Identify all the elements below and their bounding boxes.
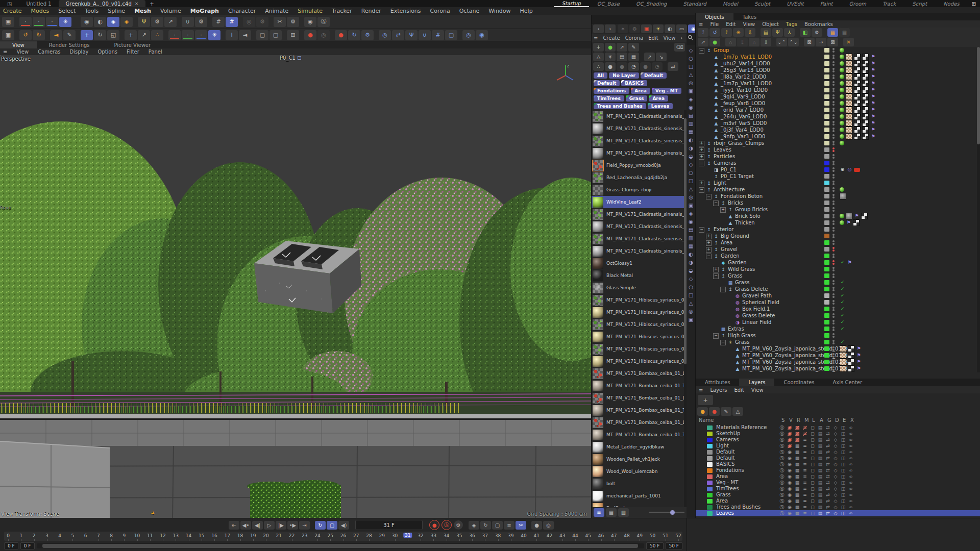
layer-toggle-V[interactable]: ◉ — [786, 449, 793, 455]
object-tree-row[interactable]: ▲_m3vf_Var5_LOD0⚑ — [696, 120, 980, 127]
material-item[interactable]: MT_PM_V171_Hibiscus_syriacus_01_Trunk_01 — [592, 331, 687, 343]
phong-tag-icon[interactable]: ⚑ — [870, 74, 876, 80]
side-tool-icon-29[interactable]: ○ — [689, 285, 693, 290]
layer-toggle-S[interactable]: Ⓢ — [778, 431, 786, 437]
check-icon[interactable]: ✓ — [840, 306, 845, 312]
side-tool-icon-0[interactable]: ◇ — [689, 48, 693, 53]
layer-toggle-L[interactable]: ◻ — [809, 431, 816, 437]
menu-help[interactable]: Help — [520, 8, 533, 14]
layer-toggle-X[interactable]: ∞ — [847, 498, 854, 504]
layer-swatch[interactable] — [707, 499, 713, 504]
list-view-button[interactable]: ≡ — [594, 508, 604, 517]
layer-toggle-L[interactable]: ◻ — [809, 449, 816, 455]
selection-tag-icon[interactable] — [862, 73, 869, 80]
key-rotation-button[interactable]: ↻ — [480, 521, 491, 530]
layer-toggle-D[interactable]: ◇ — [832, 492, 839, 498]
filter-chip-area[interactable]: Area — [631, 88, 650, 94]
layer-color-swatch[interactable] — [824, 68, 829, 72]
material-item[interactable]: MT_PM_V171_Hibiscus_syriacus_01_Leaf_01 — [592, 318, 687, 331]
visibility-dots[interactable] — [832, 167, 835, 172]
object-tree-row[interactable]: +↥rbojr_Grass_Clumps — [696, 140, 980, 146]
layer-color-swatch[interactable] — [824, 174, 829, 179]
axis-x-lock[interactable]: · — [19, 17, 32, 27]
side-tool-icon-15[interactable]: ○ — [689, 170, 693, 176]
layers-menu-view[interactable]: View — [751, 387, 764, 393]
side-tool-icon-32[interactable]: ◎ — [689, 309, 693, 314]
sound-button[interactable]: ◀) — [338, 521, 349, 530]
visibility-dots[interactable] — [832, 121, 835, 126]
material-item[interactable]: OctGlossy1 — [592, 257, 687, 269]
texture-tag-icon[interactable] — [846, 133, 852, 140]
layer-toggle-D[interactable]: ◇ — [832, 461, 839, 467]
object-menu-edit[interactable]: Edit — [726, 21, 736, 27]
layer-toggle-G[interactable]: ⇄ — [824, 437, 831, 443]
layer-swatch[interactable] — [707, 493, 713, 497]
object-tree-row[interactable]: ▦Grass✓ — [696, 279, 980, 286]
mode-circle-icon[interactable]: ◉ — [81, 17, 93, 27]
record-button[interactable]: ● — [429, 520, 439, 530]
side-tool-icon-18[interactable]: ◎ — [689, 195, 693, 200]
selection-tag-icon[interactable] — [862, 100, 869, 107]
range-end-field[interactable]: 50 F — [646, 542, 664, 549]
layer-color-swatch[interactable] — [824, 88, 829, 92]
layer-toggle-V[interactable]: ◉ — [786, 431, 793, 437]
object-tree-row[interactable]: ◍Spherical Field✓ — [696, 299, 980, 306]
layer-toggle-E[interactable]: ◫ — [840, 480, 847, 486]
object-tree-row[interactable]: −↥Fondation Beton — [696, 193, 980, 199]
selection-tag-icon[interactable] — [854, 73, 861, 80]
material-item[interactable]: Black Metal — [592, 269, 687, 282]
texture-tag-icon[interactable] — [846, 93, 852, 100]
menu-create[interactable]: Create — [3, 8, 22, 14]
collapse-icon[interactable]: − — [699, 187, 704, 193]
layer-toggle-M[interactable]: ≡ — [801, 431, 808, 437]
mode-cube-icon[interactable]: ◈ — [107, 17, 119, 27]
visibility-dots[interactable] — [832, 220, 835, 225]
workspace-grid-icon[interactable]: ⊞ — [968, 0, 980, 7]
side-tool-icon-21[interactable]: ◉ — [689, 219, 693, 224]
visibility-dots[interactable] — [832, 68, 835, 72]
layer-toggle-R[interactable]: ▦ — [794, 455, 801, 461]
axis-z-lock[interactable]: · — [46, 17, 58, 27]
goto-end-button[interactable]: ⇥ — [299, 521, 310, 530]
layer-toggle-E[interactable]: ◫ — [840, 473, 847, 480]
selection-tag-icon[interactable] — [854, 93, 861, 100]
menu-render[interactable]: Render — [361, 8, 381, 14]
material-item[interactable]: MT_PM_V171_Bombax_ceiba_01_Trunk_01 — [592, 380, 687, 392]
phong-tag-icon[interactable]: ⚑ — [856, 353, 862, 358]
selection-tag-icon[interactable] — [854, 100, 861, 107]
selection-tag-icon[interactable] — [854, 54, 861, 60]
layer-toggle-D[interactable]: ◇ — [832, 431, 839, 437]
object-tree-row[interactable]: ◨P0_C1⊕◎ — [696, 166, 980, 173]
side-tool-icon-6[interactable]: ◈ — [689, 97, 693, 102]
selection-tag-icon[interactable] — [848, 359, 854, 365]
next-frame-button[interactable]: |▶ — [276, 521, 286, 530]
enabled-dot-icon[interactable] — [840, 88, 844, 92]
burst-icon[interactable]: ✳ — [733, 28, 744, 37]
selection-tag-icon[interactable] — [862, 133, 869, 140]
layer-toggle-M[interactable]: ≡ — [801, 461, 808, 467]
texture-tag-icon[interactable] — [846, 107, 852, 113]
layer-toggle-L[interactable]: ◻ — [809, 504, 816, 510]
layer-toggle-R[interactable]: ▦ — [794, 486, 801, 492]
material-item[interactable]: MT_PM_V171_Hibiscus_syriacus_01_Leaf_01 — [592, 294, 687, 306]
layer-color-swatch[interactable] — [824, 81, 829, 86]
visibility-dots[interactable] — [832, 313, 835, 318]
grid-snap-icon[interactable]: # — [226, 17, 238, 27]
enabled-dot-icon[interactable] — [840, 141, 844, 145]
selection-tag-icon[interactable] — [848, 345, 854, 352]
material-item[interactable]: MT_PM_V171_Cladrastis_sinensis_01_Leaf_0… — [592, 208, 687, 220]
key-position-button[interactable]: ◈ — [469, 521, 479, 530]
texture-tag-icon[interactable] — [840, 359, 846, 365]
tab-attributes[interactable]: Attributes — [696, 379, 739, 386]
side-tool-icon-24[interactable]: ▦ — [689, 244, 693, 249]
layout-tab-track[interactable]: Track — [874, 0, 904, 7]
layer-toggle-D[interactable]: ◇ — [832, 504, 839, 510]
phong-tag-icon[interactable]: ⚑ — [870, 87, 876, 93]
side-tool-icon-26[interactable]: ◑ — [689, 260, 693, 265]
material-item[interactable]: Wooden_Pallet_vh1jeck — [592, 453, 687, 465]
axes-out-icon[interactable]: ↗ — [138, 30, 150, 40]
layer-toggle-S[interactable]: Ⓢ — [778, 424, 786, 431]
concrete-tag-icon[interactable] — [840, 193, 846, 199]
layer-toggle-G[interactable]: ⇄ — [824, 504, 831, 510]
selection-tag-icon[interactable] — [854, 113, 861, 120]
